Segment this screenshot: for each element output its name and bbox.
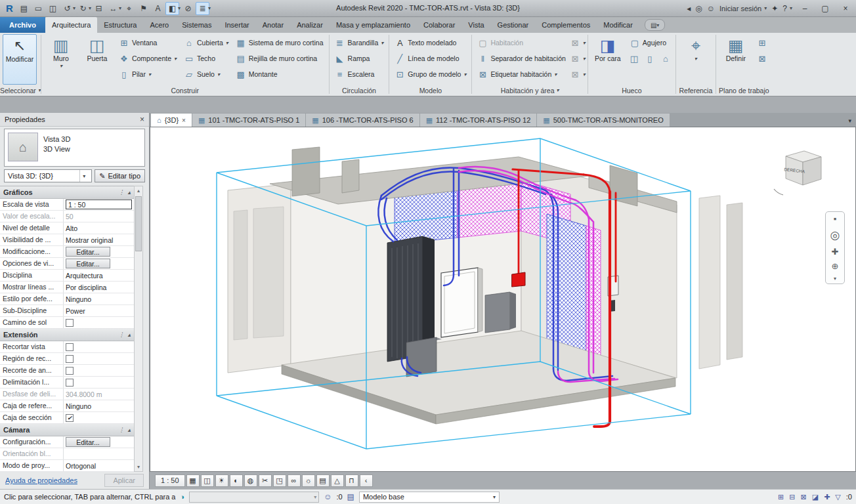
agujero-button[interactable]: ▢Agujero [627, 35, 673, 51]
edit-button[interactable]: Editar... [66, 247, 110, 257]
section-extension[interactable]: Extensión⋮▴ [0, 329, 134, 341]
tab-archivo[interactable]: Archivo [0, 17, 45, 33]
constraints-button[interactable]: ⊓ [345, 474, 358, 487]
model-view[interactable]: DERECHA [150, 127, 855, 471]
area-button-1[interactable]: ⊠▾ [570, 35, 585, 51]
plano-referencia-button[interactable]: ⌖ ▾ [679, 34, 713, 85]
open-button[interactable]: ▭ [32, 2, 45, 15]
row-visibilidad[interactable]: Visibilidad de ...Mostrar original [0, 234, 134, 246]
restore-button[interactable]: ▢ [817, 2, 833, 15]
pan-icon[interactable]: ✚ [832, 247, 839, 257]
grupo-modelo-button[interactable]: ⊡Grupo de modelo▾ [392, 66, 469, 82]
analytical-model-button[interactable]: △ [331, 474, 344, 487]
linea-modelo-button[interactable]: ╱Línea de modelo [392, 51, 469, 66]
escalera-button[interactable]: ≡Escalera [332, 66, 387, 82]
undo-button[interactable]: ↺ [60, 2, 74, 15]
separador-habitacion-button[interactable]: ‖Separador de habitación [475, 51, 568, 66]
sign-in-dropdown[interactable]: ▾ [764, 5, 767, 11]
tab-modificar[interactable]: Modificar [597, 17, 639, 33]
revit-logo[interactable]: R [3, 2, 16, 15]
rampa-button[interactable]: ◣Rampa [332, 51, 387, 66]
edit-button[interactable]: Editar... [66, 437, 110, 447]
suelo-button[interactable]: ▱Suelo▾ [181, 66, 231, 82]
por-cara-button[interactable]: ◨ Por cara [591, 34, 625, 85]
detail-level-button[interactable]: ▦ [186, 474, 200, 487]
visual-style-button[interactable]: ◫ [201, 474, 214, 487]
pilar-button[interactable]: ▯Pilar▾ [116, 66, 179, 82]
area-button-2[interactable]: ⊠▾ [570, 51, 585, 66]
navbar-more-icon[interactable]: ▾ [834, 276, 836, 282]
scale-input[interactable]: 1 : 50 [66, 200, 132, 209]
steering-wheel-icon[interactable]: ◎ [830, 228, 840, 242]
section-button[interactable]: ⊘ [181, 2, 195, 15]
temporary-view-button[interactable]: ▤ [316, 474, 330, 487]
row-caja-referencia[interactable]: Caja de refere...Ninguno [0, 400, 134, 412]
navigation-bar[interactable]: ▪ ◎ ✚ ⊕ ▾ [825, 211, 845, 284]
default-3d-view-button[interactable]: ◧ [165, 2, 179, 15]
redo-button[interactable]: ↻ [76, 2, 90, 15]
tag-button[interactable]: ⚑ [137, 2, 150, 15]
save-button[interactable]: ◫ [46, 2, 60, 15]
select-by-face-icon[interactable]: ◪ [812, 493, 819, 501]
checkbox[interactable] [66, 379, 74, 387]
checkbox[interactable] [66, 343, 74, 351]
navbar-handle-icon[interactable]: ▪ [834, 214, 837, 224]
help-dropdown[interactable]: ▾ [790, 5, 792, 11]
collapse-arrow-icon[interactable]: ◂ [687, 4, 691, 13]
redo-dropdown[interactable]: ▾ [89, 5, 91, 11]
print-button[interactable]: ⊟ [92, 2, 106, 15]
undo-dropdown[interactable]: ▾ [73, 5, 75, 11]
measure-dropdown[interactable]: ▾ [119, 5, 121, 11]
tab-anotar[interactable]: Anotar [256, 17, 290, 33]
collapse-bar-button[interactable]: ‹ [360, 474, 373, 487]
hide-isolate-button[interactable]: ∞ [288, 474, 301, 487]
search-icon[interactable]: ◎ [695, 4, 702, 13]
status-dropdown-disabled[interactable]: ▾ [189, 492, 319, 503]
hueco-buhardilla-button[interactable]: ⌂ [658, 51, 673, 66]
tab-estructura[interactable]: Estructura [97, 17, 143, 33]
section-graficos[interactable]: Gráficos⋮▴ [0, 186, 134, 199]
row-estilo-defecto[interactable]: Estilo por defe...Ninguno [0, 293, 134, 305]
habitacion-button[interactable]: ▢Habitación [475, 35, 568, 51]
checkbox[interactable] [66, 355, 74, 363]
tab-masa[interactable]: Masa y emplazamiento [330, 17, 417, 33]
view-tab-3d[interactable]: ⌂ {3D} × [151, 114, 192, 127]
view-tab-piso1[interactable]: ▦101 -TMC-TOR-ATS-PISO 1 [192, 114, 305, 127]
tab-gestionar[interactable]: Gestionar [491, 17, 536, 33]
3d-view-dropdown[interactable]: ▾ [178, 5, 181, 11]
row-disciplina[interactable]: DisciplinaArquitectura [0, 270, 134, 282]
checkbox[interactable] [66, 319, 74, 327]
type-selector[interactable]: ⌂ Vista 3D 3D View [4, 129, 145, 167]
scrollbar-thumb[interactable] [135, 196, 142, 251]
scale-button[interactable]: 1 : 50 [155, 474, 185, 487]
scroll-up-icon[interactable]: ▴ [137, 186, 140, 195]
rejilla-muro-cortina-button[interactable]: ▤Rejilla de muro cortina [233, 51, 326, 66]
tab-arquitectura[interactable]: Arquitectura [45, 17, 97, 33]
puerta-button[interactable]: ◫ Puerta [80, 34, 114, 85]
muro-button[interactable]: ▥ Muro ▾ [44, 34, 78, 85]
view-tab-piso6[interactable]: ▦106 -TMC-TOR-ATS-PISO 6 [306, 114, 419, 127]
tab-close-icon[interactable]: × [182, 117, 186, 124]
select-links-icon[interactable]: ⊞ [778, 493, 784, 501]
edit-button[interactable]: Editar... [66, 259, 110, 268]
drag-elements-icon[interactable]: ✚ [824, 493, 830, 501]
ventana-button[interactable]: ⊞Ventana [116, 35, 179, 51]
tab-vista[interactable]: Vista [461, 17, 490, 33]
shadows-button[interactable]: ◐ [230, 474, 243, 487]
texto-modelado-button[interactable]: ATexto modelado [392, 35, 469, 51]
drawing-area[interactable]: DERECHA ▪ ◎ ✚ ⊕ ▾ [150, 127, 856, 472]
checkbox[interactable] [66, 367, 74, 375]
viewcube[interactable]: DERECHA [774, 151, 821, 195]
row-nivel-de-detalle[interactable]: Nivel de detalleAlto [0, 222, 134, 234]
ribbon-state-toggle[interactable]: ▤▾ [645, 19, 665, 31]
sun-path-button[interactable]: ☀ [215, 474, 228, 487]
select-underlay-icon[interactable]: ⊟ [789, 493, 795, 501]
apply-button[interactable]: Aplicar [104, 474, 144, 487]
rendering-button[interactable]: ◍ [244, 474, 257, 487]
reveal-hidden-button[interactable]: ☼ [302, 474, 315, 487]
design-option-dropdown[interactable]: Modelo base ▾ [359, 492, 500, 503]
panel-label-habitacion[interactable]: Habitación y área▾ [472, 85, 587, 96]
tab-colaborar[interactable]: Colaborar [417, 17, 461, 33]
tab-sistemas[interactable]: Sistemas [175, 17, 218, 33]
montante-button[interactable]: ▩Montante [233, 66, 326, 82]
